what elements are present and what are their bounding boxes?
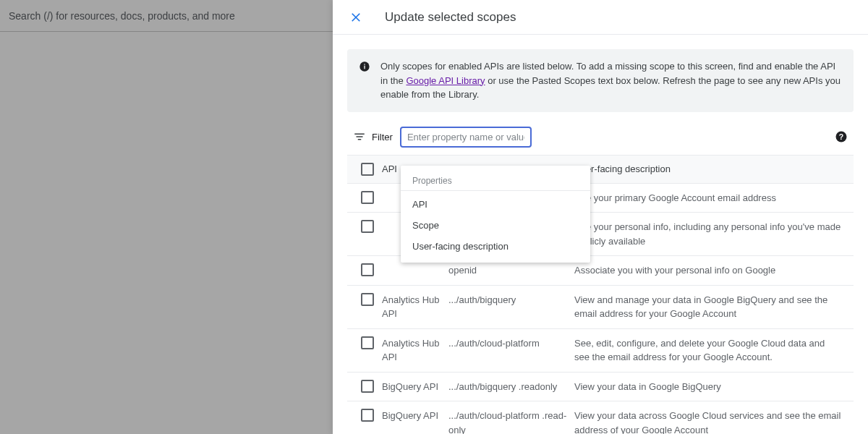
table-row: BigQuery API.../auth/cloud-platform .rea…: [347, 401, 854, 434]
cell-scope: .../auth/bigquery .readonly: [448, 380, 574, 394]
panel-header: Update selected scopes: [333, 0, 868, 35]
panel-title: Update selected scopes: [385, 10, 516, 25]
dropdown-item-description[interactable]: User-facing description: [401, 236, 590, 257]
close-button[interactable]: [344, 6, 367, 29]
table-row: BigQuery API.../auth/bigquery .readonlyV…: [347, 373, 854, 402]
cell-description: View your data across Google Cloud servi…: [574, 409, 848, 434]
row-checkbox[interactable]: [361, 220, 374, 233]
filter-icon: [353, 130, 366, 143]
filter-row: Filter ? Properties API Scope User-facin…: [347, 127, 854, 155]
filter-properties-dropdown: Properties API Scope User-facing descrip…: [401, 166, 590, 263]
table-row: Analytics Hub API.../auth/bigqueryView a…: [347, 286, 854, 329]
row-checkbox[interactable]: [361, 293, 374, 306]
cell-api: BigQuery API: [382, 409, 448, 423]
cell-scope: .../auth/cloud-platform: [448, 336, 574, 351]
info-icon: [359, 61, 370, 72]
filter-label: Filter: [372, 132, 393, 142]
cell-api: Analytics Hub API: [382, 336, 448, 365]
row-checkbox[interactable]: [361, 336, 374, 349]
row-checkbox[interactable]: [361, 191, 374, 204]
cell-api: Analytics Hub API: [382, 293, 448, 321]
select-all-checkbox[interactable]: [361, 163, 374, 176]
info-text: Only scopes for enabled APIs are listed …: [380, 59, 842, 102]
panel-body: Only scopes for enabled APIs are listed …: [333, 35, 868, 434]
update-scopes-panel: Update selected scopes Only scopes for e…: [333, 0, 868, 434]
dropdown-header: Properties: [401, 171, 590, 191]
dropdown-item-api[interactable]: API: [401, 194, 590, 215]
table-row: Analytics Hub API.../auth/cloud-platform…: [347, 329, 854, 373]
help-icon[interactable]: ?: [835, 130, 848, 143]
cell-description: See your primary Google Account email ad…: [574, 191, 848, 205]
info-banner: Only scopes for enabled APIs are listed …: [347, 49, 854, 112]
filter-input[interactable]: [400, 127, 532, 148]
row-checkbox[interactable]: [361, 380, 374, 393]
header-description[interactable]: User-facing description: [574, 163, 848, 174]
cell-description: See your personal info, including any pe…: [574, 220, 848, 248]
svg-rect-1: [364, 66, 365, 69]
cell-scope: .../auth/bigquery: [448, 293, 574, 307]
svg-text:?: ?: [839, 132, 843, 141]
cell-description: Associate you with your personal info on…: [574, 263, 848, 278]
cell-description: View and manage your data in Google BigQ…: [574, 293, 848, 321]
row-checkbox[interactable]: [361, 409, 374, 422]
api-library-link[interactable]: Google API Library: [406, 75, 485, 86]
dropdown-item-scope[interactable]: Scope: [401, 215, 590, 236]
cell-scope: openid: [448, 263, 574, 278]
svg-point-2: [364, 64, 365, 65]
cell-scope: .../auth/cloud-platform .read-only: [448, 409, 574, 434]
cell-description: See, edit, configure, and delete your Go…: [574, 336, 848, 365]
cell-description: View your data in Google BigQuery: [574, 380, 848, 394]
cell-api: BigQuery API: [382, 380, 448, 394]
row-checkbox[interactable]: [361, 263, 374, 276]
close-icon: [349, 11, 362, 24]
